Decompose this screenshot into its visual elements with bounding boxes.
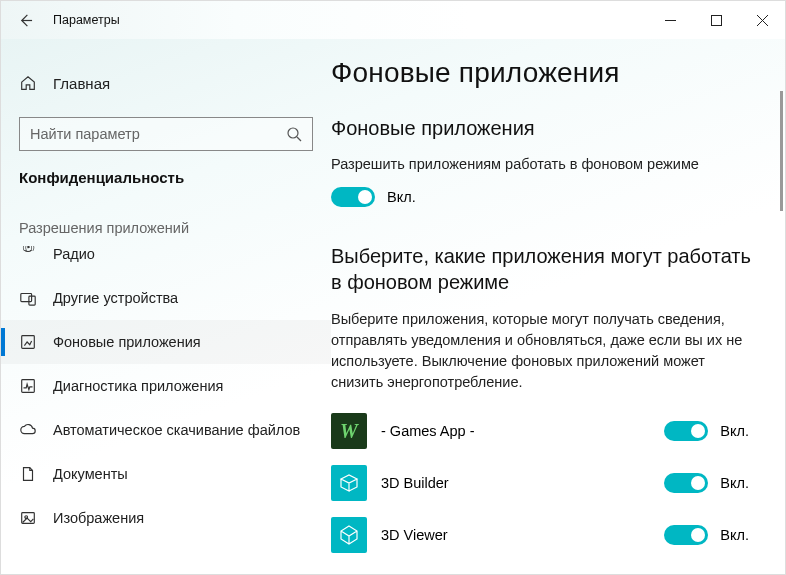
window-title: Параметры — [53, 13, 120, 27]
section-heading-1: Фоновые приложения — [331, 117, 757, 140]
app-row: 3D Viewer Вкл. — [331, 509, 757, 561]
nav-item-documents[interactable]: Документы — [1, 452, 331, 496]
app-toggle-label: Вкл. — [720, 475, 749, 491]
back-button[interactable] — [9, 4, 41, 36]
minimize-button[interactable] — [647, 4, 693, 36]
home-nav[interactable]: Главная — [1, 63, 331, 103]
nav-item-background-apps[interactable]: Фоновые приложения — [1, 320, 331, 364]
allow-description: Разрешить приложениям работать в фоновом… — [331, 154, 751, 175]
svg-point-1 — [288, 128, 298, 138]
titlebar: Параметры — [1, 1, 785, 39]
app-row: W - Games App - Вкл. — [331, 405, 757, 457]
app-name: 3D Viewer — [381, 527, 650, 543]
devices-icon — [19, 289, 37, 307]
close-button[interactable] — [739, 4, 785, 36]
nav-label: Фоновые приложения — [53, 334, 201, 350]
app-toggle[interactable] — [664, 525, 708, 545]
section-label: Разрешения приложений — [1, 206, 331, 246]
app-icon-3d-builder — [331, 465, 367, 501]
svg-rect-3 — [21, 294, 32, 302]
window-controls — [647, 4, 785, 36]
app-icon-3d-viewer — [331, 517, 367, 553]
app-toggle[interactable] — [664, 473, 708, 493]
home-icon — [19, 74, 37, 92]
nav-list: ((•)) Радио Другие устройства Фоновые пр… — [1, 246, 331, 540]
nav-item-radio[interactable]: ((•)) Радио — [1, 246, 331, 276]
document-icon — [19, 465, 37, 483]
svg-rect-5 — [22, 336, 35, 349]
search-box[interactable] — [19, 117, 313, 151]
master-toggle[interactable] — [331, 187, 375, 207]
category-header: Конфиденциальность — [1, 169, 331, 206]
svg-text:((•)): ((•)) — [23, 246, 35, 251]
nav-label: Другие устройства — [53, 290, 178, 306]
radio-icon: ((•)) — [19, 246, 37, 260]
background-apps-icon — [19, 333, 37, 351]
app-toggle-label: Вкл. — [720, 423, 749, 439]
app-row: 3D Builder Вкл. — [331, 457, 757, 509]
svg-rect-0 — [711, 15, 721, 25]
app-toggle[interactable] — [664, 421, 708, 441]
sidebar: Главная Конфиденциальность Разрешения пр… — [1, 39, 331, 574]
nav-item-other-devices[interactable]: Другие устройства — [1, 276, 331, 320]
nav-label: Диагностика приложения — [53, 378, 223, 394]
nav-label: Документы — [53, 466, 128, 482]
nav-item-auto-download[interactable]: Автоматическое скачивание файлов — [1, 408, 331, 452]
app-name: 3D Builder — [381, 475, 650, 491]
section-heading-2: Выберите, какие приложения могут работат… — [331, 243, 751, 295]
page-title: Фоновые приложения — [331, 57, 757, 89]
search-icon — [276, 126, 312, 142]
content-pane: Фоновые приложения Фоновые приложения Ра… — [331, 39, 785, 574]
search-input[interactable] — [20, 126, 276, 142]
home-label: Главная — [53, 75, 110, 92]
choose-description: Выберите приложения, которые могут получ… — [331, 309, 751, 393]
app-name: - Games App - — [381, 423, 650, 439]
maximize-button[interactable] — [693, 4, 739, 36]
nav-label: Радио — [53, 246, 95, 262]
master-toggle-label: Вкл. — [387, 189, 416, 205]
app-toggle-label: Вкл. — [720, 527, 749, 543]
scrollbar[interactable] — [780, 91, 783, 211]
nav-item-app-diagnostics[interactable]: Диагностика приложения — [1, 364, 331, 408]
nav-label: Автоматическое скачивание файлов — [53, 422, 300, 438]
nav-label: Изображения — [53, 510, 144, 526]
nav-item-pictures[interactable]: Изображения — [1, 496, 331, 540]
picture-icon — [19, 509, 37, 527]
app-icon-games: W — [331, 413, 367, 449]
diagnostics-icon — [19, 377, 37, 395]
cloud-download-icon — [19, 421, 37, 439]
